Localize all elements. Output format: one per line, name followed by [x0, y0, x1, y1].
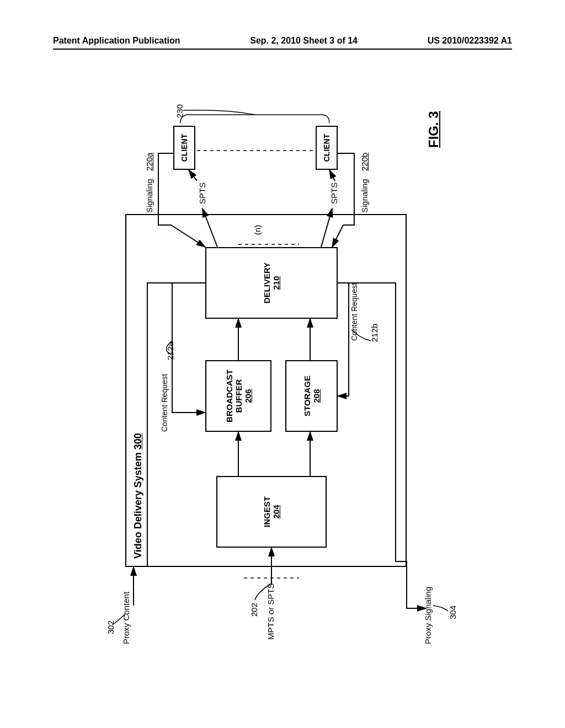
svg-line-11: [332, 225, 343, 247]
svg-line-10: [171, 225, 205, 247]
header-right: US 2010/0223392 A1: [428, 36, 512, 46]
figure-canvas: Video Delivery System 300 INGEST 204 BRO…: [89, 98, 476, 650]
page-frame: Patent Application Publication Sep. 2, 2…: [53, 36, 512, 687]
arrows-layer: [89, 98, 476, 650]
svg-line-6: [202, 208, 217, 247]
svg-line-7: [189, 170, 197, 181]
svg-line-9: [329, 170, 335, 181]
header-left: Patent Application Publication: [53, 36, 180, 46]
page-header: Patent Application Publication Sep. 2, 2…: [53, 36, 512, 50]
svg-line-8: [321, 208, 332, 247]
drawing-area: Video Delivery System 300 INGEST 204 BRO…: [86, 94, 479, 654]
header-center: Sep. 2, 2010 Sheet 3 of 14: [250, 36, 358, 46]
